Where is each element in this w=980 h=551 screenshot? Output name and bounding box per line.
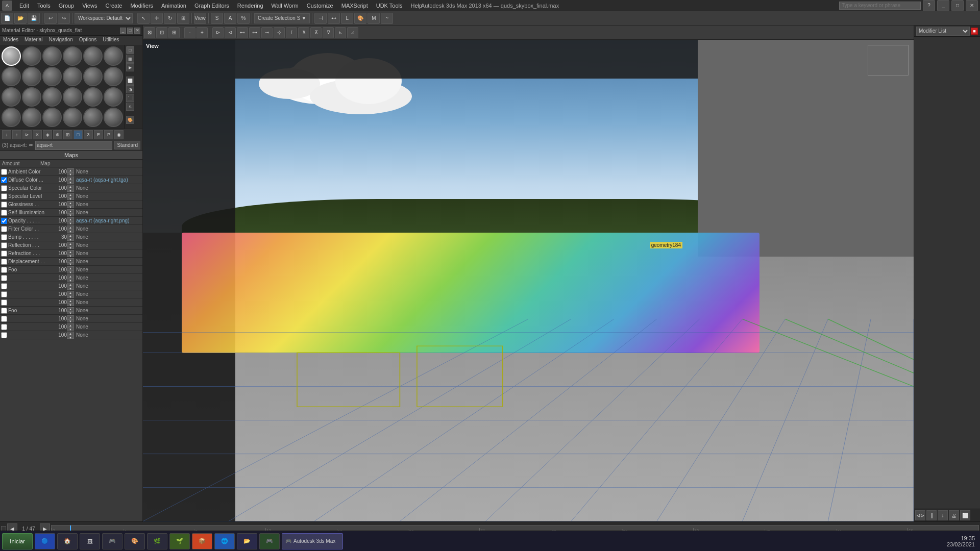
map-row[interactable]: Reflection . . .100▲▼None (0, 241, 142, 249)
mat-name-input[interactable] (35, 141, 113, 150)
map-amount-spinner[interactable]: ▲▼ (67, 250, 74, 257)
map-row[interactable]: Self-Illumination100▲▼None (0, 209, 142, 217)
mat-icon-overlay[interactable]: ⬛ (126, 94, 134, 102)
map-row[interactable]: Bump . . . . . .30▲▼None (0, 233, 142, 241)
taskbar-app-9[interactable]: 🌐 (214, 533, 235, 549)
map-row[interactable]: Displacement . .100▲▼None (0, 258, 142, 266)
map-value[interactable]: None (74, 324, 141, 330)
nav-btn10[interactable]: ⊽ (323, 27, 334, 38)
rp-btn-5[interactable]: ⬜ (960, 510, 970, 520)
mat-sphere-5[interactable] (83, 46, 103, 66)
taskbar-active-app[interactable]: 🎮 Autodesk 3ds Max (282, 533, 343, 549)
map-checkbox[interactable] (1, 299, 7, 306)
mat-menu-navigation[interactable]: Navigation (46, 36, 76, 45)
map-value[interactable]: None (74, 316, 141, 321)
map-amount-spinner[interactable]: ▲▼ (67, 234, 74, 241)
mat-sphere-18[interactable] (104, 87, 123, 107)
map-checkbox[interactable] (1, 259, 7, 265)
map-row[interactable]: Foo100▲▼None (0, 307, 142, 315)
map-amount-spinner[interactable]: ▲▼ (67, 226, 74, 233)
menu-maxscript[interactable]: MAXScript (337, 2, 372, 10)
map-value[interactable]: aqsa-rt (aqsa-right.tga) (74, 177, 141, 183)
map-amount-spinner[interactable]: ▲▼ (67, 193, 74, 200)
percent-snap[interactable]: % (237, 13, 250, 24)
map-value[interactable]: None (74, 251, 141, 256)
taskbar-app-10[interactable]: 📂 (237, 533, 257, 549)
map-value[interactable]: None (74, 193, 141, 199)
viewport[interactable]: geometry184 View (143, 40, 914, 521)
help-btn[interactable]: ? (923, 0, 935, 11)
mat-show-map[interactable]: □ (74, 130, 83, 139)
map-checkbox[interactable] (1, 283, 7, 289)
map-amount-spinner[interactable]: ▲▼ (67, 291, 74, 298)
mat-icon-background[interactable]: ⬜ (126, 77, 134, 85)
map-amount-spinner[interactable]: ▲▼ (67, 307, 74, 314)
angle-snap[interactable]: A (224, 13, 236, 24)
mat-maximize[interactable]: □ (127, 28, 133, 34)
modifier-list-dropdown[interactable]: Modifier List (916, 27, 970, 36)
nav-btn4[interactable]: ⊶ (249, 27, 260, 38)
map-amount-spinner[interactable]: ▲▼ (67, 274, 74, 282)
mat-menu-utilities[interactable]: Utilities (100, 36, 122, 45)
map-amount-spinner[interactable]: ▲▼ (67, 332, 74, 339)
mat-show-3d[interactable]: 3 (84, 130, 93, 139)
taskbar-app-4[interactable]: 🎮 (102, 533, 122, 549)
map-value[interactable]: None (74, 267, 141, 272)
menu-views[interactable]: Views (78, 2, 101, 10)
map-value[interactable]: None (74, 242, 141, 248)
map-row[interactable]: 100▲▼None (0, 331, 142, 339)
mat-minimize[interactable]: _ (120, 28, 126, 34)
modifier-list-close[interactable]: ■ (971, 28, 978, 35)
undo-btn[interactable]: ↩ (44, 13, 57, 24)
minimize-btn[interactable]: _ (937, 0, 949, 11)
map-value[interactable]: None (74, 275, 141, 281)
map-checkbox[interactable] (1, 316, 7, 322)
menu-graph-editors[interactable]: Graph Editors (190, 2, 233, 10)
map-value[interactable]: aqsa-rt (aqsa-right.png) (74, 218, 141, 223)
map-amount-spinner[interactable]: ▲▼ (67, 323, 74, 331)
map-row[interactable]: Glossiness . .100▲▼None (0, 201, 142, 209)
mat-sphere-19[interactable] (2, 108, 21, 127)
redo-btn[interactable]: ↪ (58, 13, 70, 24)
map-checkbox[interactable] (1, 291, 7, 297)
mat-sphere-16[interactable] (63, 87, 82, 107)
zoom-in[interactable]: + (197, 27, 208, 38)
map-row[interactable]: Diffuse Color ...100▲▼aqsa-rt (aqsa-righ… (0, 176, 142, 184)
map-row[interactable]: Refraction . . .100▲▼None (0, 249, 142, 258)
map-amount-spinner[interactable]: ▲▼ (67, 209, 74, 216)
mat-make-unique[interactable]: ◈ (43, 130, 52, 139)
map-amount-spinner[interactable]: ▲▼ (67, 177, 74, 184)
taskbar-app-6[interactable]: 🌿 (147, 533, 167, 549)
rp-btn-3[interactable]: ↓ (938, 510, 948, 520)
mat-close[interactable]: ✕ (134, 28, 140, 34)
menu-customize[interactable]: Customize (303, 2, 337, 10)
mat-select-scene[interactable]: ◉ (114, 130, 124, 139)
map-amount-spinner[interactable]: ▲▼ (67, 185, 74, 192)
nav-btn11[interactable]: ⊾ (335, 27, 346, 38)
map-checkbox[interactable] (1, 185, 7, 191)
mat-menu-modes[interactable]: Modes (0, 36, 21, 45)
menu-rendering[interactable]: Rendering (233, 2, 267, 10)
map-value[interactable]: None (74, 299, 141, 305)
workspace-dropdown[interactable]: Workspace: Default (75, 13, 133, 23)
rp-btn-2[interactable]: ‖ (926, 510, 937, 520)
align-btn[interactable]: ⊷ (328, 13, 340, 24)
map-row[interactable]: Opacity . . . . .100▲▼aqsa-rt (aqsa-righ… (0, 217, 142, 225)
mat-reset-btn[interactable]: ✕ (33, 130, 42, 139)
mat-sphere-8[interactable] (22, 67, 41, 86)
menu-modifiers[interactable]: Modifiers (126, 2, 157, 10)
mat-sphere-15[interactable] (42, 87, 62, 107)
create-selection-btn[interactable]: Create Selection S ▼ (254, 13, 310, 23)
mat-sphere-11[interactable] (83, 67, 103, 86)
map-row[interactable]: Filter Color . .100▲▼None (0, 225, 142, 233)
rp-btn-1[interactable]: ⊲⊳ (915, 510, 925, 520)
map-checkbox[interactable] (1, 324, 7, 330)
mat-menu-material[interactable]: Material (21, 36, 46, 45)
map-value[interactable]: None (74, 332, 141, 338)
map-checkbox[interactable] (1, 226, 7, 232)
map-checkbox[interactable] (1, 218, 7, 224)
move-btn[interactable]: ✛ (151, 13, 163, 24)
close-btn[interactable]: ✕ (966, 0, 978, 11)
rp-btn-4[interactable]: 🖨 (949, 510, 959, 520)
map-checkbox[interactable] (1, 242, 7, 248)
